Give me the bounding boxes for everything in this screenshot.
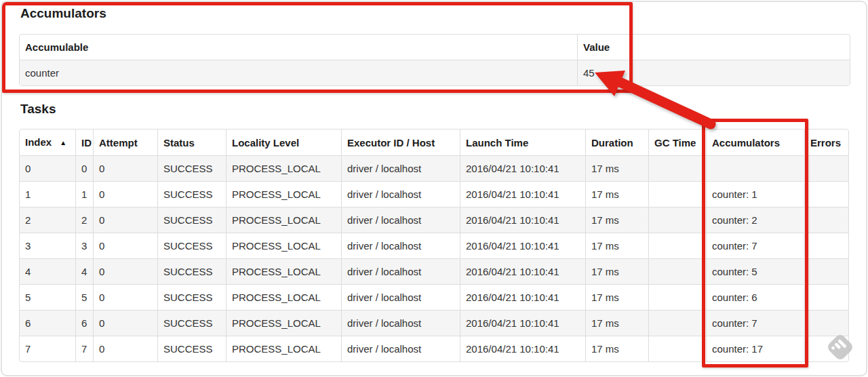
- table-cell: driver / localhost: [341, 233, 460, 258]
- table-cell: 2016/04/21 10:10:41: [460, 336, 585, 361]
- tasks-table: Index▲IDAttemptStatusLocality LevelExecu…: [19, 129, 849, 362]
- table-cell: counter: 1: [706, 181, 804, 207]
- table-cell: PROCESS_LOCAL: [226, 310, 341, 336]
- table-cell: SUCCESS: [157, 155, 226, 181]
- col-header-attempt[interactable]: Attempt: [93, 130, 157, 155]
- table-cell: PROCESS_LOCAL: [226, 336, 341, 361]
- table-cell: [804, 258, 848, 284]
- table-row: 440SUCCESSPROCESS_LOCALdriver / localhos…: [20, 258, 848, 284]
- table-row: 330SUCCESSPROCESS_LOCALdriver / localhos…: [20, 233, 848, 258]
- accumulators-section-title: Accumulators: [20, 6, 106, 21]
- table-cell: 17 ms: [585, 310, 648, 336]
- table-cell: SUCCESS: [157, 233, 226, 258]
- table-cell: PROCESS_LOCAL: [226, 284, 341, 310]
- table-cell: counter: 7: [706, 310, 804, 336]
- table-cell: [804, 310, 848, 336]
- table-cell: 0: [93, 207, 157, 233]
- table-cell: [648, 258, 706, 284]
- table-cell: [804, 336, 848, 361]
- table-cell: 17 ms: [585, 258, 648, 284]
- table-cell: 2016/04/21 10:10:41: [460, 233, 585, 258]
- table-cell: [804, 181, 848, 207]
- table-cell: SUCCESS: [157, 258, 226, 284]
- table-cell: [648, 181, 706, 207]
- col-header-status[interactable]: Status: [157, 130, 226, 155]
- table-cell: 5: [75, 284, 93, 310]
- table-cell: 0: [93, 233, 157, 258]
- table-cell: counter: [20, 60, 577, 85]
- col-header-locality-level[interactable]: Locality Level: [226, 130, 341, 155]
- table-row: 220SUCCESSPROCESS_LOCALdriver / localhos…: [20, 207, 848, 233]
- col-header-gc-time[interactable]: GC Time: [648, 130, 706, 155]
- table-cell: 0: [93, 284, 157, 310]
- table-cell: [804, 155, 848, 181]
- sort-ascending-icon: ▲: [60, 139, 66, 146]
- table-cell: 2016/04/21 10:10:41: [460, 155, 585, 181]
- table-cell: [648, 284, 706, 310]
- table-cell: [648, 155, 706, 181]
- col-header-accumulators[interactable]: Accumulators: [706, 130, 804, 155]
- table-cell: 17 ms: [585, 155, 648, 181]
- table-cell: 4: [75, 258, 93, 284]
- col-header-id[interactable]: ID: [75, 130, 93, 155]
- table-cell: 0: [93, 258, 157, 284]
- table-row: counter45: [20, 60, 850, 85]
- table-cell: 2016/04/21 10:10:41: [460, 207, 585, 233]
- table-cell: [804, 233, 848, 258]
- table-cell: PROCESS_LOCAL: [226, 233, 341, 258]
- accumulators-table: AccumulableValue counter45: [19, 34, 850, 86]
- table-row: 110SUCCESSPROCESS_LOCALdriver / localhos…: [20, 181, 848, 207]
- table-cell: driver / localhost: [341, 207, 460, 233]
- table-cell: 3: [75, 233, 93, 258]
- table-cell: 17 ms: [585, 207, 648, 233]
- table-cell: [648, 233, 706, 258]
- table-row: 550SUCCESSPROCESS_LOCALdriver / localhos…: [20, 284, 848, 310]
- tasks-section-title: Tasks: [20, 102, 56, 117]
- table-cell: 3: [20, 233, 75, 258]
- table-cell: 2: [75, 207, 93, 233]
- table-cell: 0: [75, 155, 93, 181]
- table-cell: driver / localhost: [341, 310, 460, 336]
- table-cell: 6: [20, 310, 75, 336]
- table-cell: 5: [20, 284, 75, 310]
- table-cell: 7: [75, 336, 93, 361]
- table-cell: counter: 17: [706, 336, 804, 361]
- col-header-value: Value: [577, 35, 850, 60]
- table-cell: driver / localhost: [341, 336, 460, 361]
- table-cell: [804, 207, 848, 233]
- table-cell: driver / localhost: [341, 258, 460, 284]
- table-cell: 2016/04/21 10:10:41: [460, 258, 585, 284]
- col-header-duration[interactable]: Duration: [585, 130, 648, 155]
- table-cell: PROCESS_LOCAL: [226, 207, 341, 233]
- table-cell: 7: [20, 336, 75, 361]
- table-cell: PROCESS_LOCAL: [226, 155, 341, 181]
- table-cell: [648, 310, 706, 336]
- table-cell: 0: [93, 336, 157, 361]
- table-cell: 4: [20, 258, 75, 284]
- table-cell: 2016/04/21 10:10:41: [460, 284, 585, 310]
- table-cell: SUCCESS: [157, 207, 226, 233]
- table-cell: [648, 336, 706, 361]
- col-header-launch-time[interactable]: Launch Time: [460, 130, 585, 155]
- table-cell: [648, 207, 706, 233]
- table-cell: 17 ms: [585, 336, 648, 361]
- table-cell: 6: [75, 310, 93, 336]
- table-cell: SUCCESS: [157, 336, 226, 361]
- table-cell: 0: [93, 155, 157, 181]
- table-cell: driver / localhost: [341, 284, 460, 310]
- table-row: 660SUCCESSPROCESS_LOCALdriver / localhos…: [20, 310, 848, 336]
- table-cell: 17 ms: [585, 284, 648, 310]
- col-header-errors[interactable]: Errors: [804, 130, 848, 155]
- table-cell: driver / localhost: [341, 155, 460, 181]
- table-cell: 2016/04/21 10:10:41: [460, 181, 585, 207]
- table-cell: counter: 5: [706, 258, 804, 284]
- col-header-index[interactable]: Index▲: [20, 130, 75, 155]
- table-row: 000SUCCESSPROCESS_LOCALdriver / localhos…: [20, 155, 848, 181]
- table-cell: counter: 6: [706, 284, 804, 310]
- col-header-executor-id-host[interactable]: Executor ID / Host: [341, 130, 460, 155]
- table-cell: PROCESS_LOCAL: [226, 258, 341, 284]
- table-cell: 0: [93, 310, 157, 336]
- table-cell: SUCCESS: [157, 284, 226, 310]
- table-row: 770SUCCESSPROCESS_LOCALdriver / localhos…: [20, 336, 848, 361]
- table-cell: SUCCESS: [157, 310, 226, 336]
